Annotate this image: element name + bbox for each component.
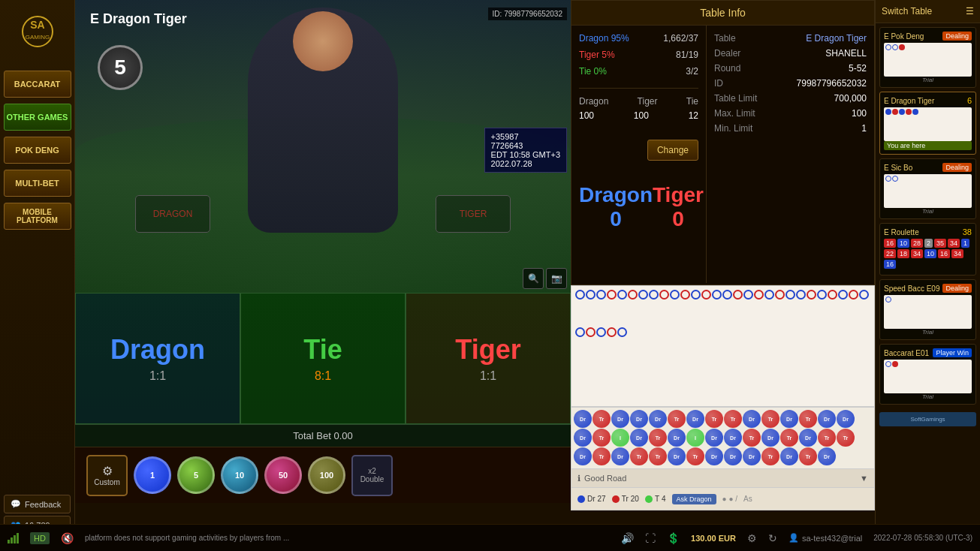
- dragon-label: Dragon: [110, 334, 205, 366]
- round-row: Round 5-52: [714, 63, 867, 74]
- total-bet-bar: Total Bet 0.00: [75, 424, 571, 447]
- status-time: 2022-07-28 05:58:30 (UTC-3): [873, 534, 972, 542]
- sidebar-btn-multi-bet[interactable]: MULTI-BET: [4, 170, 71, 197]
- mini-cell: [892, 109, 898, 115]
- good-road-label: Good Road: [584, 474, 626, 483]
- fullscreen-button[interactable]: ⛶: [645, 532, 656, 544]
- max-key: Max. Limit: [714, 108, 755, 119]
- feedback-button[interactable]: 💬 Feedback: [4, 495, 71, 513]
- chip-50[interactable]: 50: [264, 456, 302, 494]
- change-button[interactable]: Change: [647, 140, 698, 161]
- score-id: 7726643: [491, 141, 560, 150]
- hd-badge[interactable]: HD: [30, 532, 50, 544]
- sidebar-btn-other-games[interactable]: OTHER GAMES: [4, 104, 71, 131]
- round-val: 5-52: [849, 63, 867, 74]
- chip-100[interactable]: 100: [308, 456, 345, 494]
- table-card-pok-deng[interactable]: E Pok Deng Dealing Trial: [879, 27, 976, 88]
- bet-tiger-label: Tiger: [638, 96, 658, 107]
- sidebar-btn-mobile[interactable]: MOBILE PLATFORM: [4, 203, 71, 230]
- tiger-bet-box[interactable]: Tiger 1:1: [406, 293, 571, 424]
- camera-button[interactable]: 📷: [546, 268, 567, 289]
- limit-val: 700,000: [834, 93, 867, 104]
- dragon-ratio: 1:1: [149, 369, 166, 383]
- tiger-count-item: Tr 20: [612, 495, 639, 503]
- dr-count: 27: [598, 495, 606, 503]
- filter-icon[interactable]: ☰: [966, 6, 974, 17]
- table-details: Table E Dragon Tiger Dealer SHANELL Roun…: [707, 26, 874, 283]
- score-display: +35987 7726643 EDT 10:58 GMT+3 2022.07.2…: [484, 128, 567, 173]
- tiger-ratio: 1:1: [480, 369, 496, 383]
- road-ask: As: [743, 495, 752, 503]
- road-dots: ● ● /: [722, 495, 737, 503]
- video-controls: 🔍 📷: [523, 268, 567, 289]
- sidebar-btn-pok-deng[interactable]: POK DENG: [4, 137, 71, 164]
- dragon-tiger-minimap: [884, 107, 972, 141]
- refresh-button[interactable]: ↻: [768, 532, 777, 544]
- mute-button[interactable]: 🔇: [61, 532, 74, 544]
- baccarat-e01-name: Baccarat E01: [884, 349, 929, 357]
- dragon-tiger-name: E Dragon Tiger: [884, 97, 934, 105]
- user-icon: 👤: [789, 533, 799, 543]
- limit-row: Table Limit 700,000: [714, 93, 867, 104]
- good-road-bar[interactable]: ℹ Good Road ▼: [571, 468, 874, 487]
- roulette-num-16c: 16: [884, 260, 896, 269]
- dragon-score: Dragon 0: [579, 183, 653, 231]
- pok-deng-status: Dealing: [942, 32, 972, 41]
- dragon-stat-values: 1,662/37: [663, 33, 698, 44]
- tr-label: Tr: [622, 495, 629, 503]
- settings-button[interactable]: ⚙: [747, 532, 757, 544]
- dragon-stat-label: Dragon 95%: [579, 33, 629, 44]
- zoom-button[interactable]: 🔍: [523, 268, 544, 289]
- tie-bet-box[interactable]: Tie 8:1: [240, 293, 406, 424]
- game-title: E Dragon Tiger: [90, 11, 187, 27]
- total-bet-value: 0.00: [333, 430, 352, 441]
- currency-button[interactable]: 💲: [667, 532, 680, 544]
- roadmap-panel: DrTrDrDrDrTrDrTrTrDrTrDrTrDrDrDrTrIDrTrD…: [571, 285, 875, 510]
- chip-1[interactable]: 1: [134, 456, 171, 494]
- tr-count: 20: [631, 495, 639, 503]
- mini-cell: [899, 109, 905, 115]
- tiger-card-label: TIGER: [460, 209, 487, 219]
- signal-bars: [8, 533, 19, 543]
- bar2: [11, 537, 13, 543]
- table-card-sic-bo[interactable]: E Sic Bo Dealing Trial: [879, 158, 976, 219]
- custom-chip-button[interactable]: ⚙ Custom: [86, 455, 128, 496]
- custom-label: Custom: [94, 478, 119, 486]
- bead-plate-grid: DrTrDrDrDrTrDrTrTrDrTrDrTrDrDrDrTrIDrTrD…: [574, 410, 872, 465]
- double-label: x2: [368, 467, 376, 475]
- table-info-header: Table Info: [571, 1, 874, 26]
- chevron-icon: ▼: [860, 474, 868, 483]
- ask-dragon-button[interactable]: Ask Dragon: [672, 494, 716, 504]
- bet-tie-val: 12: [689, 110, 698, 121]
- volume-button[interactable]: 🔊: [621, 532, 634, 544]
- tie-dot: [645, 495, 653, 503]
- double-button[interactable]: x2 Double: [351, 455, 393, 496]
- table-card-dragon-tiger[interactable]: E Dragon Tiger 6 You are here: [879, 92, 976, 155]
- chip-10[interactable]: 10: [221, 456, 258, 494]
- bar1: [8, 540, 10, 543]
- mini-cell: [912, 109, 918, 115]
- sic-bo-name: E Sic Bo: [884, 164, 912, 172]
- roulette-num-34c: 34: [951, 249, 963, 258]
- tiger-stat-values: 81/19: [676, 50, 698, 60]
- max-row: Max. Limit 100: [714, 108, 867, 119]
- table-card-baccarat-e01[interactable]: Baccarat E01 Player Win Trial: [879, 344, 976, 405]
- logo: SA GAMING: [8, 8, 68, 68]
- tie-ratio: 8:1: [315, 369, 331, 383]
- speed-bacc-trial: Trial: [884, 329, 972, 336]
- table-card-speed-bacc[interactable]: Speed Bacc E09 Dealing Trial: [879, 279, 976, 340]
- main-video: E Dragon Tiger 5 ID: 79987796652032 +359…: [75, 0, 571, 293]
- max-val: 100: [852, 108, 867, 119]
- dragon-bet-box[interactable]: Dragon 1:1: [75, 293, 240, 424]
- sidebar-btn-baccarat[interactable]: BACCARAT: [4, 71, 71, 98]
- limit-key: Table Limit: [714, 93, 757, 104]
- id-key: ID: [714, 78, 723, 89]
- sic-bo-minimap: [884, 174, 972, 208]
- roulette-num-34: 34: [948, 239, 960, 248]
- score-date: 2022.07.28: [491, 159, 560, 168]
- roulette-num-28: 28: [911, 239, 923, 248]
- roulette-num-16: 16: [884, 239, 896, 248]
- chip-5[interactable]: 5: [177, 456, 215, 494]
- bet-amount-dragon-row: Dragon Tiger Tie: [579, 96, 698, 107]
- table-card-roulette[interactable]: E Roulette 38 16 10 28 2 35 34 1 22 18 3…: [879, 223, 976, 276]
